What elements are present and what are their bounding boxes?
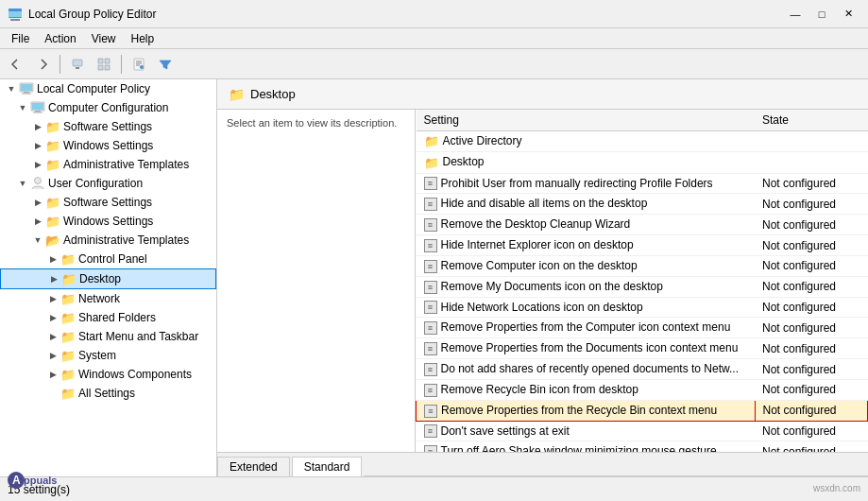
setting-cell-remove-recycle-props: ≡Remove Properties from the Recycle Bin … (417, 400, 756, 421)
expand-network[interactable]: ▶ (45, 291, 60, 306)
tree-control-panel[interactable]: ▶ 📁 Control Panel (0, 250, 216, 268)
folder-icon-2: 📁 (45, 138, 60, 153)
svg-rect-1 (10, 19, 20, 21)
tree-desktop[interactable]: ▶ 📁 Desktop (0, 268, 216, 289)
settings-row-hide-network-icon[interactable]: ≡Hide Network Locations icon on desktopN… (417, 297, 868, 318)
close-button[interactable]: ✕ (836, 5, 860, 24)
tab-extended[interactable]: Extended (217, 457, 290, 476)
all-settings-label: All Settings (78, 387, 135, 400)
tree-admin-cc[interactable]: ▶ 📁 Administrative Templates (0, 155, 216, 174)
tree-windows-uc[interactable]: ▶ 📁 Windows Settings (0, 212, 216, 231)
expand-desktop[interactable]: ▶ (46, 271, 61, 286)
setting-cell-remove-cleanup: ≡Remove the Desktop Cleanup Wizard (417, 215, 756, 235)
settings-row-dont-save-settings[interactable]: ≡Don't save settings at exitNot configur… (417, 421, 868, 441)
windows-uc-label: Windows Settings (63, 215, 153, 228)
settings-row-remove-mydocs[interactable]: ≡Remove My Documents icon on the desktop… (417, 276, 868, 297)
expand-software-uc[interactable]: ▶ (30, 195, 45, 210)
expand-shared[interactable]: ▶ (45, 310, 60, 325)
expand-control-panel[interactable]: ▶ (45, 251, 60, 267)
menu-file[interactable]: File (4, 30, 37, 47)
settings-row-desktop-folder[interactable]: 📁Desktop (417, 152, 868, 173)
maximize-button[interactable]: □ (809, 5, 834, 24)
svg-rect-17 (22, 94, 31, 95)
settings-row-remove-computer-icon[interactable]: ≡Remove Computer icon on the desktopNot … (417, 255, 868, 276)
expand-all[interactable] (45, 386, 60, 401)
view-button[interactable] (92, 53, 116, 76)
state-cell-remove-cleanup: Not configured (755, 215, 868, 235)
settings-row-active-directory[interactable]: 📁Active Directory (417, 131, 868, 152)
col-state[interactable]: State (755, 110, 868, 131)
forward-button[interactable] (30, 53, 55, 76)
state-col-label: State (762, 113, 789, 127)
tree-network[interactable]: ▶ 📁 Network (0, 289, 216, 308)
setting-cell-active-directory: 📁Active Directory (417, 131, 756, 152)
state-cell-hide-ie-icon: Not configured (755, 235, 868, 256)
settings-row-prohibit-redirect[interactable]: ≡Prohibit User from manually redirecting… (417, 173, 868, 194)
settings-panel[interactable]: Setting State 📁Active Directory📁Desktop≡… (416, 110, 868, 452)
svg-text:A: A (12, 474, 21, 487)
expand-software-cc[interactable]: ▶ (30, 119, 45, 134)
tree-all-settings[interactable]: 📁 All Settings (0, 384, 216, 403)
folder-icon-13: 📁 (60, 386, 76, 401)
expand-computer-config[interactable]: ▼ (15, 100, 30, 115)
menu-action[interactable]: Action (37, 30, 83, 47)
tree-start-menu[interactable]: ▶ 📁 Start Menu and Taskbar (0, 327, 216, 346)
setting-icon: ≡ (424, 198, 437, 211)
filter-button[interactable] (153, 53, 178, 76)
menu-view[interactable]: View (84, 30, 124, 47)
settings-row-remove-recycle-icon[interactable]: ≡Remove Recycle Bin icon from desktopNot… (417, 379, 868, 400)
tree-panel[interactable]: ▼ Local Computer Policy ▼ (0, 79, 217, 476)
settings-row-remove-props-computer[interactable]: ≡Remove Properties from the Computer ico… (417, 318, 868, 338)
setting-icon: ≡ (424, 239, 437, 252)
tree-shared-folders[interactable]: ▶ 📁 Shared Folders (0, 308, 216, 327)
tab-standard[interactable]: Standard (292, 457, 363, 476)
tree-computer-config[interactable]: ▼ Computer Configuration (0, 98, 216, 117)
state-cell-remove-props-docs: Not configured (755, 338, 868, 359)
setting-icon: ≡ (424, 218, 437, 232)
tree-windows-cc[interactable]: ▶ 📁 Windows Settings (0, 136, 216, 155)
state-cell-remove-mydocs: Not configured (755, 276, 868, 297)
tree-software-cc[interactable]: ▶ 📁 Software Settings (0, 117, 216, 136)
back-button[interactable] (4, 53, 28, 76)
svg-rect-3 (9, 10, 22, 11)
svg-rect-6 (105, 59, 110, 63)
tree-software-uc[interactable]: ▶ 📁 Software Settings (0, 193, 216, 212)
settings-row-no-add-shares[interactable]: ≡Do not add shares of recently opened do… (417, 359, 868, 380)
expand-win-components[interactable]: ▶ (45, 367, 60, 382)
tree-system[interactable]: ▶ 📁 System (0, 346, 216, 365)
settings-row-hide-all-items[interactable]: ≡Hide and disable all items on the deskt… (417, 194, 868, 215)
toolbar-separator-2 (121, 55, 122, 74)
svg-point-22 (35, 178, 42, 184)
folder-icon-6: 📁 (60, 251, 76, 267)
properties-button[interactable] (127, 53, 151, 76)
tree-windows-components[interactable]: ▶ 📁 Windows Components (0, 365, 216, 384)
expand-root[interactable]: ▼ (4, 81, 19, 96)
setting-icon: ≡ (424, 342, 437, 355)
setting-cell-prohibit-redirect: ≡Prohibit User from manually redirecting… (417, 173, 756, 194)
menu-help[interactable]: Help (124, 30, 162, 47)
expand-start[interactable]: ▶ (45, 329, 60, 344)
expand-windows-uc[interactable]: ▶ (30, 214, 45, 229)
expand-windows-cc[interactable]: ▶ (30, 138, 45, 153)
expand-admin-uc[interactable]: ▼ (30, 233, 45, 248)
svg-rect-2 (9, 10, 22, 17)
up-button[interactable] (65, 53, 90, 76)
expand-user-config[interactable]: ▼ (15, 176, 30, 191)
settings-row-hide-ie-icon[interactable]: ≡Hide Internet Explorer icon on desktopN… (417, 235, 868, 256)
col-setting[interactable]: Setting (417, 110, 756, 131)
tree-user-config[interactable]: ▼ User Configuration (0, 174, 216, 193)
state-cell-turn-off-aero: Not configured (755, 441, 868, 452)
window-title: Local Group Policy Editor (28, 8, 783, 21)
minimize-button[interactable]: — (783, 5, 808, 24)
right-header: 📁 Desktop (217, 79, 868, 110)
state-cell-active-directory (755, 131, 868, 152)
tree-admin-uc[interactable]: ▼ 📂 Administrative Templates (0, 231, 216, 250)
expand-admin-cc[interactable]: ▶ (30, 157, 45, 172)
expand-system[interactable]: ▶ (45, 348, 60, 363)
settings-row-turn-off-aero[interactable]: ≡Turn off Aero Shake window minimizing m… (417, 441, 868, 452)
tree-root[interactable]: ▼ Local Computer Policy (0, 79, 216, 98)
settings-row-remove-cleanup[interactable]: ≡Remove the Desktop Cleanup WizardNot co… (417, 215, 868, 235)
folder-icon-5: 📁 (45, 214, 60, 229)
settings-row-remove-recycle-props[interactable]: ≡Remove Properties from the Recycle Bin … (417, 400, 868, 421)
settings-row-remove-props-docs[interactable]: ≡Remove Properties from the Documents ic… (417, 338, 868, 359)
